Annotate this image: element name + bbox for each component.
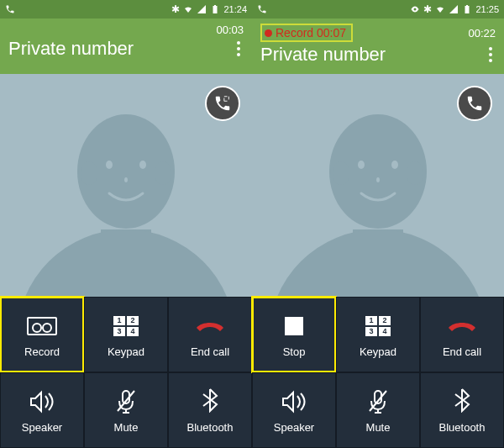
call-duration: 00:22 (468, 27, 496, 40)
svg-point-10 (407, 161, 423, 185)
phone-icon (5, 4, 15, 14)
keypad-button[interactable]: 1234 Keypad (336, 297, 420, 372)
svg-point-13 (376, 177, 380, 182)
wifi-icon (435, 4, 445, 14)
status-time: 21:24 (223, 4, 247, 14)
signal-icon (197, 4, 207, 14)
keypad-button[interactable]: 1234 Keypad (84, 297, 168, 372)
bluetooth-button[interactable]: Bluetooth (420, 372, 504, 448)
mute-button-label: Mute (114, 421, 139, 434)
signal-icon (449, 4, 459, 14)
end-call-icon (445, 318, 479, 335)
record-button-label: Record (24, 345, 60, 358)
add-call-button[interactable] (205, 86, 240, 121)
stop-icon (285, 317, 303, 335)
contact-avatar (252, 74, 504, 297)
mute-icon (367, 389, 389, 414)
end-call-button-label: End call (191, 345, 229, 358)
svg-point-5 (124, 177, 128, 182)
contact-avatar (0, 74, 252, 297)
keypad-button-label: Keypad (360, 345, 396, 358)
call-controls: Record 1234 Keypad End call (0, 297, 252, 448)
call-header: 00:03 Private number (0, 18, 252, 74)
svg-point-4 (139, 161, 146, 169)
recording-indicator: Record 00:07 (260, 24, 353, 42)
keypad-icon: 1234 (113, 316, 139, 336)
add-call-button[interactable] (457, 86, 492, 121)
svg-point-9 (333, 161, 349, 185)
bluetooth-button[interactable]: Bluetooth (168, 372, 252, 448)
end-call-button[interactable]: End call (168, 297, 252, 372)
svg-point-3 (106, 161, 113, 169)
speaker-button[interactable]: Speaker (252, 372, 336, 448)
cassette-icon (27, 317, 57, 335)
mute-button[interactable]: Mute (84, 372, 168, 448)
speaker-button-label: Speaker (22, 421, 62, 434)
bluetooth-button-label: Bluetooth (439, 421, 486, 434)
speaker-icon (281, 390, 307, 414)
end-call-button-label: End call (443, 345, 481, 358)
eye-icon (410, 4, 420, 14)
caller-name: Private number (8, 38, 134, 60)
wifi-icon (183, 4, 193, 14)
stop-button[interactable]: Stop (252, 297, 336, 372)
stop-button-label: Stop (283, 345, 306, 358)
bluetooth-status-icon: ✱ (423, 3, 432, 15)
bluetooth-status-icon: ✱ (171, 3, 180, 15)
record-dot-icon (265, 29, 272, 37)
more-options-button[interactable] (234, 38, 244, 60)
call-header: Record 00:07 00:22 Private number (252, 18, 504, 74)
end-call-icon (193, 318, 227, 335)
avatar-placeholder-icon (324, 106, 432, 230)
phone-icon (257, 4, 267, 14)
mute-icon (115, 389, 137, 414)
phone-with-arrows-icon (465, 94, 484, 113)
battery-icon (462, 4, 472, 14)
more-options-button[interactable] (486, 44, 496, 66)
mute-button-label: Mute (366, 421, 391, 434)
record-button[interactable]: Record (0, 297, 84, 372)
call-duration: 00:03 (216, 24, 244, 36)
avatar-placeholder-icon (72, 106, 180, 230)
phone-screen-right: ✱ 21:25 Record 00:07 00:22 Private numbe… (252, 0, 504, 448)
phone-screen-left: ✱ 21:24 00:03 Private number (0, 0, 252, 448)
phone-with-arrows-icon (213, 94, 232, 113)
svg-point-1 (81, 161, 97, 185)
recording-label: Record 00:07 (276, 26, 346, 40)
svg-point-2 (155, 161, 171, 185)
speaker-button[interactable]: Speaker (0, 372, 84, 448)
speaker-button-label: Speaker (274, 421, 314, 434)
caller-name: Private number (260, 44, 386, 66)
speaker-icon (29, 390, 55, 414)
bluetooth-icon (454, 387, 470, 416)
battery-icon (210, 4, 220, 14)
mute-button[interactable]: Mute (336, 372, 420, 448)
svg-point-11 (358, 161, 365, 169)
status-bar: ✱ 21:25 (252, 0, 504, 18)
bluetooth-button-label: Bluetooth (187, 421, 234, 434)
end-call-button[interactable]: End call (420, 297, 504, 372)
status-bar: ✱ 21:24 (0, 0, 252, 18)
keypad-button-label: Keypad (108, 345, 144, 358)
svg-point-12 (391, 161, 398, 169)
keypad-icon: 1234 (365, 316, 391, 336)
call-controls: Stop 1234 Keypad End call (252, 297, 504, 448)
bluetooth-icon (202, 387, 218, 416)
status-time: 21:25 (475, 4, 499, 14)
